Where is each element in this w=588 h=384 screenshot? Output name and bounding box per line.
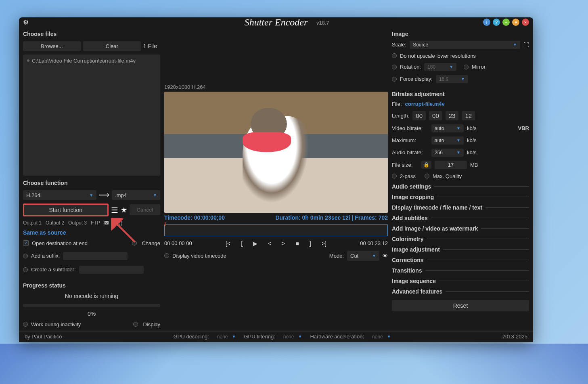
force-display-dropdown[interactable]: 16:9▼ xyxy=(436,75,468,83)
change-label[interactable]: Change xyxy=(142,240,160,246)
hw-accel-dropdown[interactable]: none▼ xyxy=(372,334,391,340)
display-radio[interactable] xyxy=(133,322,138,327)
output-tab-3[interactable]: Output 3 xyxy=(68,220,87,226)
lock-icon[interactable]: 🔒 xyxy=(421,161,431,169)
image-cropping-accordion[interactable]: Image cropping xyxy=(392,193,529,201)
suffix-input[interactable] xyxy=(63,252,128,260)
output-tab-2[interactable]: Output 2 xyxy=(46,220,64,226)
add-watermark-accordion[interactable]: Add image / video as watermark xyxy=(392,224,529,233)
clear-button[interactable]: Clear xyxy=(83,41,141,51)
subfolder-radio[interactable] xyxy=(23,267,28,272)
display-timecode-label: Display video timecode xyxy=(172,253,226,259)
length-seconds[interactable]: 23 xyxy=(446,111,459,120)
subfolder-label: Create a subfolder: xyxy=(31,266,76,273)
length-hours[interactable]: 00 xyxy=(412,111,426,120)
codec-dropdown[interactable]: H.264▼ xyxy=(23,190,96,200)
menu-icon[interactable]: ☰ xyxy=(111,205,118,215)
colorimetry-accordion[interactable]: Colorimetry xyxy=(392,235,529,243)
rotation-radio[interactable] xyxy=(392,65,397,69)
prev-frame-button[interactable]: < xyxy=(266,239,274,248)
mode-dropdown[interactable]: Cut▼ xyxy=(347,251,379,261)
cancel-button[interactable]: Cancel xyxy=(130,204,160,215)
favorite-icon[interactable]: ★ xyxy=(121,206,127,214)
donate-icon[interactable]: ✦ xyxy=(512,19,519,26)
mail-icon[interactable]: ✉ xyxy=(104,220,109,226)
goto-end-button[interactable]: >] xyxy=(319,239,329,248)
force-display-radio[interactable] xyxy=(392,77,397,82)
play-button[interactable]: ▶ xyxy=(251,239,260,248)
timeline[interactable] xyxy=(164,224,388,236)
inactivity-label: Work during inactivity xyxy=(31,321,81,327)
info-icon[interactable]: i xyxy=(483,19,490,26)
time-right: 00 00 23 12 xyxy=(360,240,388,246)
years-label: 2013-2025 xyxy=(502,334,527,340)
gpu-filtering-label: GPU filtering: xyxy=(244,334,275,340)
app-window: ⚙ Shutter Encoder v18.7 i ? − ✦ × Choose… xyxy=(19,17,533,342)
display-timecode-accordion[interactable]: Display timecode / file name / text xyxy=(392,203,529,212)
transitions-accordion[interactable]: Transitions xyxy=(392,266,529,275)
display-label: Display xyxy=(143,321,160,327)
close-icon[interactable]: × xyxy=(522,19,529,26)
inactivity-radio[interactable] xyxy=(23,322,28,327)
crop-icon[interactable]: ⛶ xyxy=(523,42,529,48)
gpu-decoding-dropdown[interactable]: none▼ xyxy=(217,334,236,340)
stream-icon[interactable]: ((•)) xyxy=(113,220,123,226)
output-tab-ftp[interactable]: FTP xyxy=(91,220,100,226)
output-tab-1[interactable]: Output 1 xyxy=(23,220,42,226)
choose-files-title: Choose files xyxy=(23,30,160,38)
timecode-label: Timecode: 00:00:00;00 xyxy=(164,214,225,221)
add-subtitles-accordion[interactable]: Add subtitles xyxy=(392,214,529,222)
subfolder-input[interactable] xyxy=(79,266,144,274)
settings-icon[interactable]: ⚙ xyxy=(23,19,29,26)
audio-settings-accordion[interactable]: Audio settings xyxy=(392,182,529,191)
video-bitrate-label: Video bitrate: xyxy=(392,125,428,131)
start-function-button[interactable]: Start function xyxy=(23,204,109,216)
file-list[interactable]: C:\Lab\Video File Corruption\corrupt-fil… xyxy=(23,55,160,176)
minimize-icon[interactable]: − xyxy=(502,19,510,26)
advanced-features-accordion[interactable]: Advanced features xyxy=(392,287,529,296)
next-frame-button[interactable]: > xyxy=(279,239,287,248)
scale-dropdown[interactable]: Source▼ xyxy=(410,41,520,49)
hw-accel-label: Hardware acceleration: xyxy=(310,334,364,340)
mirror-label: Mirror xyxy=(472,64,485,70)
file-value: corrupt-file.m4v xyxy=(405,101,445,107)
open-destination-label: Open destination at end xyxy=(32,240,88,246)
length-minutes[interactable]: 00 xyxy=(429,111,442,120)
rotation-dropdown[interactable]: 180▼ xyxy=(424,63,456,71)
output-path[interactable]: Same as source xyxy=(23,229,160,236)
filesize-input[interactable] xyxy=(435,161,467,169)
image-section: Image xyxy=(392,30,529,38)
file-label: File: xyxy=(392,101,402,107)
suffix-radio[interactable] xyxy=(23,254,28,258)
mark-in-button[interactable]: [ xyxy=(239,239,245,248)
file-item[interactable]: C:\Lab\Video File Corruption\corrupt-fil… xyxy=(25,56,159,65)
corrections-accordion[interactable]: Corrections xyxy=(392,256,529,264)
extension-dropdown[interactable]: .mp4▼ xyxy=(112,190,160,200)
image-sequence-accordion[interactable]: Image sequence xyxy=(392,277,529,285)
choose-function-title: Choose function xyxy=(23,179,160,187)
maxquality-radio[interactable] xyxy=(425,174,429,178)
video-bitrate-dropdown[interactable]: auto▼ xyxy=(431,124,464,132)
stop-button[interactable]: ■ xyxy=(293,239,301,248)
eye-icon[interactable]: 👁 xyxy=(383,253,388,259)
mark-out-button[interactable]: ] xyxy=(307,239,314,248)
reset-button[interactable]: Reset xyxy=(392,300,529,311)
goto-start-button[interactable]: [< xyxy=(223,239,233,248)
maximum-dropdown[interactable]: auto▼ xyxy=(431,136,464,145)
browse-button[interactable]: Browse... xyxy=(23,41,81,51)
filesize-label: File size: xyxy=(392,162,418,168)
mirror-radio[interactable] xyxy=(464,65,469,69)
video-preview[interactable] xyxy=(164,92,388,213)
image-adjustment-accordion[interactable]: Image adjustment xyxy=(392,245,529,254)
help-icon[interactable]: ? xyxy=(493,19,500,26)
twopass-label: 2-pass xyxy=(400,173,416,179)
display-timecode-radio[interactable] xyxy=(164,253,169,258)
no-upscale-radio[interactable] xyxy=(392,53,397,58)
gpu-filtering-dropdown[interactable]: none▼ xyxy=(283,334,302,340)
change-radio[interactable] xyxy=(132,241,137,246)
length-frames[interactable]: 12 xyxy=(462,111,475,120)
no-upscale-label: Do not upscale lower resolutions xyxy=(400,53,476,59)
open-destination-checkbox[interactable] xyxy=(23,240,29,246)
audio-bitrate-dropdown[interactable]: 256▼ xyxy=(431,149,464,157)
twopass-radio[interactable] xyxy=(392,174,397,178)
